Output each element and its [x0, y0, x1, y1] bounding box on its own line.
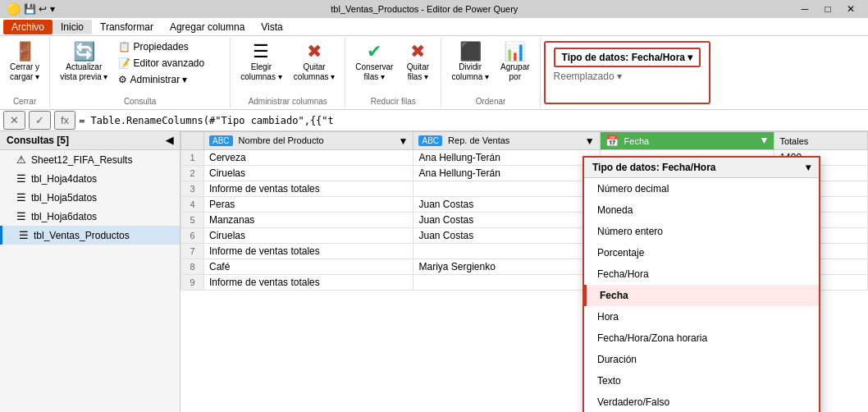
cell-producto-5: Manzanas	[204, 213, 413, 228]
table-icon-3: ☰	[16, 210, 26, 222]
dividir-columna-button[interactable]: ⬛ Dividircolumna ▾	[446, 39, 494, 85]
elegir-columnas-button[interactable]: ☰ Elegircolumnas ▾	[235, 39, 287, 85]
menu-transformar[interactable]: Transformar	[92, 20, 162, 34]
sidebar-item-hoja4[interactable]: ☰ tbl_Hoja4datos	[0, 169, 180, 188]
propiedades-button[interactable]: 📋 Propiedades	[114, 39, 208, 54]
table-icon-4: ☰	[19, 229, 29, 241]
sidebar-collapse-icon[interactable]: ◀	[166, 135, 173, 146]
row-num-2: 2	[181, 166, 204, 181]
dropdown-item-fecha[interactable]: Fecha	[584, 285, 819, 306]
dropdown-item-fechahorazona[interactable]: Fecha/Hora/Zona horaria	[584, 327, 819, 349]
dropdown-item-decimal[interactable]: Número decimal	[584, 178, 819, 199]
quick-access: 💾 ↩ ▾	[24, 3, 55, 15]
col-filter-producto-icon[interactable]: ▼	[399, 135, 409, 147]
row-num-8: 8	[181, 259, 204, 275]
agrupar-label: Agruparpor	[500, 62, 530, 82]
ribbon-group-reducir: ✔ Conservarfilas ▾ ✖ Quitarfilas ▾ Reduc…	[345, 38, 441, 108]
remove-rows-icon: ✖	[410, 43, 425, 61]
dropdown-item-entero[interactable]: Número entero	[584, 221, 819, 242]
dropdown-item-texto[interactable]: Texto	[584, 370, 819, 391]
conservar-label: Conservarfilas ▾	[355, 62, 393, 82]
cell-producto-9: Informe de ventas totales	[204, 275, 413, 291]
tipo-datos-dropdown: Tipo de datos: Fecha/Hora ▾ Número decim…	[582, 156, 820, 412]
ribbon-group-ordenar-label: Ordenar	[476, 95, 506, 106]
quitar-label: Quitarcolumnas ▾	[294, 62, 336, 82]
agrupar-button[interactable]: 📊 Agruparpor	[496, 39, 535, 85]
ribbon-group-ordenar: ⬛ Dividircolumna ▾ 📊 Agruparpor Ordenar	[441, 38, 540, 108]
dropdown-item-duracion[interactable]: Duración	[584, 349, 819, 370]
sidebar: Consultas [5] ◀ ⚠ Sheet12_FIFA_Results ☰…	[0, 131, 180, 412]
cerrar-button[interactable]: 🚪 Cerrar ycargar ▾	[5, 39, 44, 85]
sidebar-item-hoja6[interactable]: ☰ tbl_Hoja6datos	[0, 207, 180, 226]
col-header-producto[interactable]: ABC Nombre del Producto ▼	[204, 132, 413, 150]
sidebar-item-ventas-label: tbl_Ventas_Productos	[34, 230, 130, 241]
cerrar-label: Cerrar ycargar ▾	[10, 62, 39, 82]
formula-input[interactable]	[79, 115, 865, 126]
administrar-label: Administrar ▾	[130, 74, 187, 85]
app-icon: 🟡	[7, 2, 21, 16]
window-title: tbl_Ventas_Productos - Editor de Power Q…	[58, 4, 791, 14]
sidebar-item-hoja5-label: tbl_Hoja5datos	[31, 192, 97, 204]
dropdown-item-verdaderofalso[interactable]: Verdadero/Falso	[584, 391, 819, 412]
cancel-formula-button[interactable]: ✕	[3, 111, 25, 130]
dropdown-title: Tipo de datos: Fecha/Hora	[592, 162, 715, 173]
minimize-button[interactable]: ─	[794, 2, 815, 16]
row-num-4: 4	[181, 197, 204, 213]
table-icon-1: ☰	[16, 172, 26, 185]
ribbon-group-tipo: Tipo de datos: Fecha/Hora ▾ Reemplazado …	[544, 41, 711, 104]
ribbon-group-cerrar-label: Cerrar	[13, 95, 36, 106]
actualizar-button[interactable]: 🔄 Actualizarvista previa ▾	[55, 39, 112, 85]
ribbon-group-cerrar: 🚪 Cerrar ycargar ▾ Cerrar	[0, 38, 50, 108]
main-area: Consultas [5] ◀ ⚠ Sheet12_FIFA_Results ☰…	[0, 131, 868, 412]
row-num-6: 6	[181, 228, 204, 244]
cell-producto-7: Informe de ventas totales	[204, 244, 413, 259]
tipo-datos-button[interactable]: Tipo de datos: Fecha/Hora ▾	[554, 48, 701, 67]
cell-producto-2: Ciruelas	[204, 166, 413, 181]
menu-agregar-columna[interactable]: Agregar columna	[162, 20, 253, 34]
administrar-button[interactable]: ⚙ Administrar ▾	[114, 72, 208, 87]
col-filter-rep-icon[interactable]: ▼	[585, 135, 595, 147]
sidebar-item-hoja5[interactable]: ☰ tbl_Hoja5datos	[0, 188, 180, 207]
cell-rep-3	[413, 181, 600, 197]
row-num-9: 9	[181, 275, 204, 291]
fx-button[interactable]: fx	[54, 111, 75, 130]
choose-cols-icon: ☰	[253, 43, 269, 61]
ribbon: 🚪 Cerrar ycargar ▾ Cerrar 🔄 Actualizarvi…	[0, 36, 868, 110]
confirm-formula-button[interactable]: ✓	[29, 111, 51, 130]
actualizar-label: Actualizarvista previa ▾	[60, 62, 107, 82]
cell-rep-9	[413, 275, 600, 291]
menu-archivo[interactable]: Archivo	[3, 20, 53, 34]
menu-vista[interactable]: Vista	[253, 20, 290, 34]
dropdown-item-fechahora[interactable]: Fecha/Hora	[584, 263, 819, 285]
conservar-filas-button[interactable]: ✔ Conservarfilas ▾	[350, 39, 398, 85]
menu-bar: Archivo Inicio Transformar Agregar colum…	[0, 18, 868, 36]
sidebar-item-ventas[interactable]: ☰ tbl_Ventas_Productos	[0, 226, 180, 245]
quitar-filas-button[interactable]: ✖ Quitarfilas ▾	[400, 39, 436, 85]
dropdown-item-hora[interactable]: Hora	[584, 306, 819, 327]
cell-rep-6: Juan Costas	[413, 228, 600, 244]
dropdown-header: Tipo de datos: Fecha/Hora ▾	[584, 158, 819, 178]
sidebar-item-sheet12[interactable]: ⚠ Sheet12_FIFA_Results	[0, 150, 180, 169]
editor-icon: 📝	[118, 57, 130, 69]
row-num-5: 5	[181, 213, 204, 228]
quitar-columnas-button[interactable]: ✖ Quitarcolumnas ▾	[289, 39, 340, 85]
editor-label: Editor avanzado	[133, 57, 204, 69]
row-num-1: 1	[181, 150, 204, 166]
propiedades-label: Propiedades	[133, 41, 188, 53]
col-filter-fecha-icon[interactable]: ▼	[760, 135, 770, 146]
dropdown-item-porcentaje[interactable]: Porcentaje	[584, 242, 819, 263]
menu-inicio[interactable]: Inicio	[53, 20, 92, 34]
col-header-totales[interactable]: Totales	[774, 132, 868, 150]
col-header-fecha[interactable]: 📅 Fecha ▼	[600, 132, 774, 150]
maximize-button[interactable]: □	[817, 2, 838, 16]
close-button[interactable]: ✕	[840, 2, 861, 16]
dropdown-arrow-icon: ▾	[806, 162, 811, 173]
ribbon-group-consulta: 🔄 Actualizarvista previa ▾ 📋 Propiedades…	[50, 38, 231, 108]
row-num-3: 3	[181, 181, 204, 197]
row-num-7: 7	[181, 244, 204, 259]
cell-producto-1: Cerveza	[204, 150, 413, 166]
editor-avanzado-button[interactable]: 📝 Editor avanzado	[114, 56, 208, 71]
dropdown-item-moneda[interactable]: Moneda	[584, 199, 819, 221]
table-icon-2: ☰	[16, 191, 26, 204]
col-header-rep[interactable]: ABC Rep. de Ventas ▼	[413, 132, 600, 150]
